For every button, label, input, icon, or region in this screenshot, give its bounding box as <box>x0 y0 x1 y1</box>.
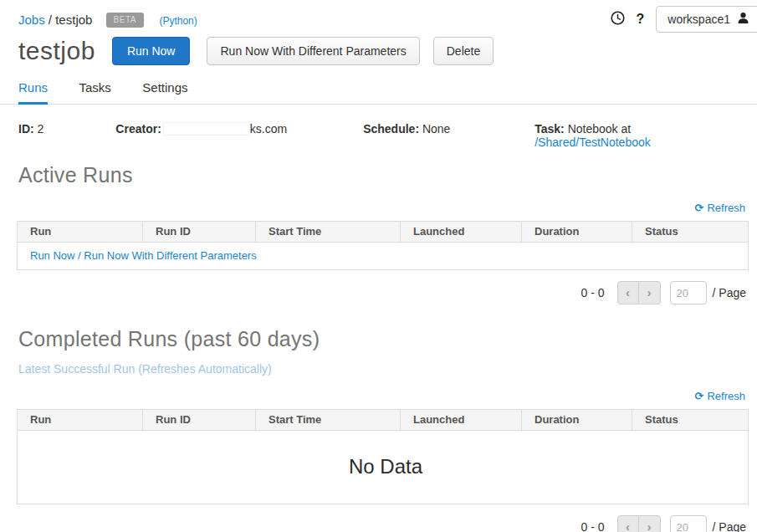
col-header-duration: Duration <box>522 410 632 431</box>
pagination-suffix: / Page <box>713 286 746 299</box>
top-bar: Jobs / testjob BETA (Python) ? workspace… <box>0 0 757 33</box>
job-header: testjob Run Now Run Now With Different P… <box>0 37 757 65</box>
run-links-separator: / <box>74 249 84 262</box>
job-schedule-label: Schedule: <box>363 122 419 136</box>
table-run-now-link[interactable]: Run Now <box>30 249 74 262</box>
tab-bar: Runs Tasks Settings <box>0 75 757 105</box>
active-runs-header-row: Run Run ID Start Time Launched Duration … <box>18 222 749 243</box>
completed-runs-refresh-link[interactable]: ⟳Refresh <box>695 390 745 402</box>
tab-settings[interactable]: Settings <box>142 75 187 102</box>
job-schedule: Schedule: None <box>363 122 535 149</box>
col-header-run-id: Run ID <box>143 222 256 243</box>
run-now-button[interactable]: Run Now <box>112 37 191 65</box>
language-link[interactable]: (Python) <box>159 15 197 27</box>
active-runs-heading: Active Runs <box>0 163 757 187</box>
refresh-icon: ⟳ <box>695 202 704 214</box>
refresh-icon: ⟳ <box>695 390 704 402</box>
beta-badge: BETA <box>106 13 144 28</box>
creator-redacted-area <box>164 123 250 135</box>
recent-activity-icon[interactable] <box>611 11 625 28</box>
breadcrumb: Jobs / testjob <box>18 13 96 27</box>
job-id-value: 2 <box>38 122 44 136</box>
active-runs-refresh-link[interactable]: ⟳Refresh <box>695 202 745 214</box>
completed-runs-refresh-row: ⟳Refresh <box>0 388 757 403</box>
job-task-label: Task: <box>535 122 565 136</box>
col-header-start-time: Start Time <box>256 222 401 243</box>
prev-page-button[interactable]: ‹ <box>617 281 639 304</box>
completed-runs-pagination: 0 - 0 ‹ › / Page <box>0 515 757 532</box>
completed-runs-heading: Completed Runs (past 60 days) <box>0 327 757 351</box>
workspace-button[interactable]: workspace1 <box>656 6 757 33</box>
pagination-buttons: ‹ › <box>617 515 661 532</box>
run-now-with-params-button[interactable]: Run Now With Different Parameters <box>207 37 419 65</box>
pagination-buttons: ‹ › <box>617 281 661 304</box>
col-header-run: Run <box>18 410 143 431</box>
col-header-run-id: Run ID <box>143 410 256 431</box>
notebook-path-link[interactable]: /Shared/TestNotebook <box>535 136 651 149</box>
page-title: testjob <box>18 37 95 65</box>
col-header-status: Status <box>632 222 749 243</box>
col-header-run: Run <box>18 222 143 243</box>
job-schedule-value: None <box>422 122 450 136</box>
active-runs-action-row: Run Now / Run Now With Different Paramet… <box>18 243 749 270</box>
job-creator-value: ks.com <box>250 122 287 136</box>
no-data-message: No Data <box>18 431 749 504</box>
tab-runs[interactable]: Runs <box>18 75 48 105</box>
tab-tasks[interactable]: Tasks <box>79 75 110 102</box>
user-icon <box>737 12 749 27</box>
active-runs-pagination: 0 - 0 ‹ › / Page <box>0 281 757 304</box>
workspace-button-label: workspace1 <box>667 13 730 26</box>
next-page-button[interactable]: › <box>639 515 661 532</box>
job-info-row: ID: 2 Creator:ks.com Schedule: None Task… <box>0 122 757 149</box>
breadcrumb-jobs-link[interactable]: Jobs <box>18 13 45 27</box>
page-size-input[interactable] <box>670 281 707 304</box>
topbar-actions: ? workspace1 <box>611 6 757 33</box>
job-creator-label: Creator: <box>115 122 161 136</box>
active-runs-table: Run Run ID Start Time Launched Duration … <box>17 221 749 270</box>
completed-runs-header-row: Run Run ID Start Time Launched Duration … <box>18 410 749 431</box>
delete-button[interactable]: Delete <box>433 37 494 65</box>
job-task-text: Notebook at <box>568 122 632 136</box>
next-page-button[interactable]: › <box>639 281 661 304</box>
job-id-label: ID: <box>18 122 34 136</box>
refresh-label: Refresh <box>707 202 745 214</box>
pagination-range: 0 - 0 <box>581 520 605 532</box>
latest-successful-run-link[interactable]: Latest Successful Run (Refreshes Automat… <box>18 362 757 376</box>
col-header-status: Status <box>632 410 749 431</box>
active-runs-refresh-row: ⟳Refresh <box>0 200 757 215</box>
breadcrumb-separator: / <box>49 13 52 27</box>
help-icon[interactable]: ? <box>637 12 645 27</box>
job-task: Task: Notebook at /Shared/TestNotebook <box>535 122 747 149</box>
jobs-page: Jobs / testjob BETA (Python) ? workspace… <box>0 0 757 532</box>
col-header-launched: Launched <box>401 222 522 243</box>
refresh-label: Refresh <box>707 390 745 402</box>
col-header-launched: Launched <box>401 410 522 431</box>
pagination-suffix: / Page <box>713 520 746 532</box>
prev-page-button[interactable]: ‹ <box>617 515 639 532</box>
job-id: ID: 2 <box>18 122 115 149</box>
job-creator: Creator:ks.com <box>115 122 363 149</box>
completed-runs-empty-row: No Data <box>18 431 749 504</box>
completed-runs-table: Run Run ID Start Time Launched Duration … <box>17 409 749 504</box>
table-run-now-params-link[interactable]: Run Now With Different Parameters <box>84 249 256 262</box>
col-header-start-time: Start Time <box>256 410 401 431</box>
page-size-input[interactable] <box>670 515 707 532</box>
pagination-range: 0 - 0 <box>581 286 605 299</box>
breadcrumb-current: testjob <box>55 13 92 27</box>
col-header-duration: Duration <box>522 222 632 243</box>
